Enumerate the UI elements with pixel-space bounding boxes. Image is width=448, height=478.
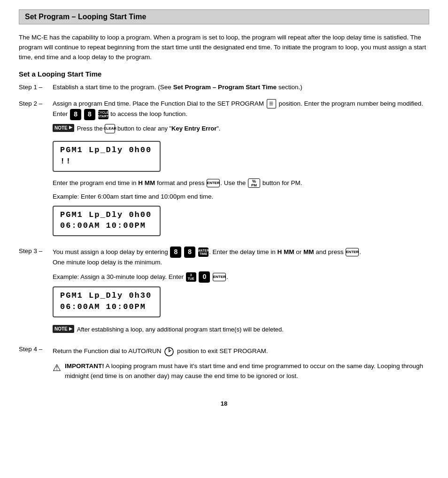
page-number: 18 — [19, 400, 429, 407]
important-text: IMPORTANT! A looping program must have i… — [65, 362, 429, 381]
note-1-text: Press the CLEAR button to clear any "Key… — [77, 124, 221, 134]
key-8d: 8 — [184, 247, 195, 258]
enter-button-2: ENTER — [346, 248, 359, 256]
step-3: Step 3 – You must assign a loop delay by… — [19, 247, 429, 338]
note-badge-1: NOTE — [53, 124, 74, 132]
step-4: Step 4 – Return the Function dial to AUT… — [19, 345, 429, 381]
enter-button-3: ENTER — [213, 273, 226, 281]
lcd2-line1: PGM1 Lp_Dly 0h00 — [60, 209, 153, 221]
lcd-display-1: PGM1 Lp_Dly 0h00 !! — [53, 141, 161, 172]
pm-button: %PM — [248, 178, 260, 188]
step-2: Step 2 – Assign a program End time. Plac… — [19, 99, 429, 240]
dial-icon — [164, 347, 174, 357]
intro-paragraph: The MC-E has the capability to loop a pr… — [19, 33, 429, 62]
step-1-label: Step 1 – — [19, 83, 53, 93]
lcd-display-2: PGM1 Lp_Dly 0h00 06:00AM 10:00PM — [53, 206, 161, 237]
step-4-text: Return the Function dial to AUTO/RUN pos… — [53, 347, 268, 355]
step-2-content: Assign a program End time. Place the Fun… — [53, 99, 429, 240]
step-3-text: You must assign a loop delay by entering… — [53, 248, 361, 266]
note-badge-2: NOTE — [53, 325, 74, 333]
step-4-label: Step 4 – — [19, 345, 53, 381]
lcd1-line1: PGM1 Lp_Dly 0h00 — [60, 145, 153, 156]
key-cycle-start: CYCLESTART — [98, 110, 108, 119]
enter-button-1: ENTER — [207, 179, 220, 187]
lcd3-line1: PGM1 Lp_Dly 0h30 — [60, 290, 153, 301]
steps-container: Step 1 – Establish a start time to the p… — [19, 83, 429, 381]
step-3-example: Example: Assign a 30-minute loop delay. … — [53, 271, 429, 283]
key-0: 0 — [199, 271, 210, 283]
lcd1-line2: !! — [60, 156, 153, 167]
lcd2-line2: 06:00AM 10:00PM — [60, 220, 153, 231]
step-2-after-lcd: Enter the program end time in H MM forma… — [53, 178, 429, 188]
key-water-time: WATERTIME — [198, 247, 209, 257]
lcd-display-3: PGM1 Lp_Dly 0h30 06:00AM 10:00PM — [53, 286, 161, 317]
page-title: Set Program – Looping Start Time — [25, 13, 146, 21]
key-8b: 8 — [84, 109, 95, 120]
section-heading: Set a Looping Start Time — [19, 70, 429, 78]
set-program-icon: ☰ — [267, 99, 276, 108]
key-3-tue: 3TUE — [186, 272, 196, 282]
lcd3-line2: 06:00AM 10:00PM — [60, 301, 153, 313]
warning-icon: ⚠ — [53, 361, 61, 375]
important-box: ⚠ IMPORTANT! A looping program must have… — [53, 362, 429, 381]
key-8a: 8 — [70, 109, 81, 120]
step-1-content: Establish a start time to the program. (… — [53, 83, 429, 93]
page-title-bar: Set Program – Looping Start Time — [19, 9, 429, 24]
step-1: Step 1 – Establish a start time to the p… — [19, 83, 429, 93]
step-2-text: Assign a program End time. Place the Fun… — [53, 100, 423, 117]
step-4-content: Return the Function dial to AUTO/RUN pos… — [53, 347, 429, 381]
note-1: NOTE Press the CLEAR button to clear any… — [53, 124, 429, 134]
note-2-text: After establishing a loop, any additiona… — [77, 325, 284, 334]
step-2-example: Example: Enter 6:00am start time and 10:… — [53, 192, 429, 202]
step-3-label: Step 3 – — [19, 247, 53, 338]
step-3-content: You must assign a loop delay by entering… — [53, 247, 429, 338]
step-2-label: Step 2 – — [19, 99, 53, 240]
note-2: NOTE After establishing a loop, any addi… — [53, 325, 429, 334]
clear-button-icon: CLEAR — [105, 124, 115, 133]
key-8c: 8 — [170, 247, 181, 258]
